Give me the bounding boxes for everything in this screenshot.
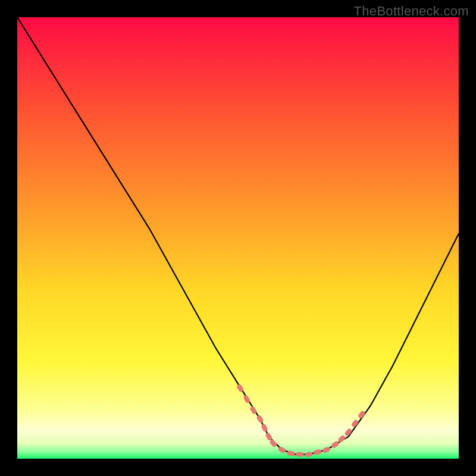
watermark-text: TheBottleneck.com	[354, 4, 469, 19]
highlight-dot	[296, 452, 303, 457]
chart-frame: TheBottleneck.com	[0, 0, 476, 476]
plot-background	[17, 17, 459, 459]
chart-svg	[0, 0, 476, 476]
